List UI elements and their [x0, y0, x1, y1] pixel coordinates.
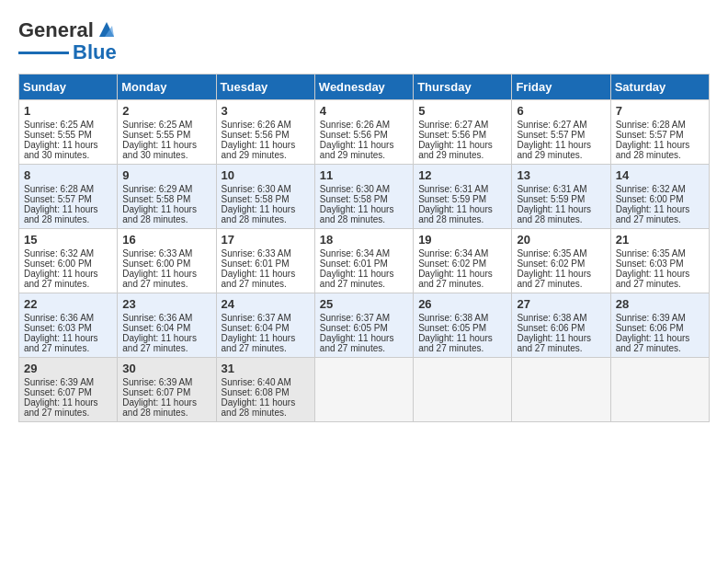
day-info-line: and 27 minutes. — [616, 279, 704, 289]
day-info-line: and 28 minutes. — [122, 408, 210, 418]
calendar-cell: 11Sunrise: 6:30 AMSunset: 5:58 PMDayligh… — [314, 165, 413, 229]
day-number: 16 — [122, 233, 210, 247]
day-info-line: Sunset: 6:00 PM — [616, 194, 704, 204]
day-info-line: Daylight: 11 hours — [517, 333, 605, 343]
day-info-line: Sunset: 6:04 PM — [222, 323, 310, 333]
day-info-line: Sunrise: 6:25 AM — [122, 120, 210, 130]
calendar-cell — [512, 358, 610, 422]
calendar-cell: 31Sunrise: 6:40 AMSunset: 6:08 PMDayligh… — [216, 358, 314, 422]
day-info-line: Sunset: 5:58 PM — [122, 194, 210, 204]
day-info-line: Daylight: 11 hours — [320, 204, 408, 214]
day-info-line: and 29 minutes. — [517, 150, 605, 160]
calendar-cell: 30Sunrise: 6:39 AMSunset: 6:07 PMDayligh… — [118, 358, 216, 422]
day-info-line: Sunrise: 6:39 AM — [122, 377, 210, 387]
day-info-line: Sunset: 6:01 PM — [222, 259, 310, 269]
calendar-cell: 2Sunrise: 6:25 AMSunset: 5:55 PMDaylight… — [118, 100, 216, 165]
day-number: 15 — [24, 233, 112, 247]
weekday-wednesday: Wednesday — [314, 75, 413, 100]
day-info-line: Daylight: 11 hours — [222, 269, 310, 279]
logo: General Blue — [18, 18, 117, 64]
calendar-cell: 12Sunrise: 6:31 AMSunset: 5:59 PMDayligh… — [414, 165, 512, 229]
day-info-line: Daylight: 11 hours — [616, 269, 704, 279]
weekday-thursday: Thursday — [414, 75, 512, 100]
calendar-cell: 10Sunrise: 6:30 AMSunset: 5:58 PMDayligh… — [216, 165, 314, 229]
day-info-line: and 29 minutes. — [222, 150, 310, 160]
day-info-line: Daylight: 11 hours — [517, 269, 605, 279]
weekday-friday: Friday — [512, 75, 610, 100]
calendar-cell: 16Sunrise: 6:33 AMSunset: 6:00 PMDayligh… — [118, 229, 216, 293]
day-number: 4 — [320, 104, 408, 118]
day-info-line: Sunset: 6:07 PM — [122, 387, 210, 397]
day-number: 1 — [24, 104, 112, 118]
calendar-cell: 19Sunrise: 6:34 AMSunset: 6:02 PMDayligh… — [414, 229, 512, 293]
logo-arrow-icon — [96, 20, 116, 40]
day-number: 5 — [418, 104, 506, 118]
calendar-cell: 8Sunrise: 6:28 AMSunset: 5:57 PMDaylight… — [19, 165, 118, 229]
calendar-cell — [314, 358, 413, 422]
day-info-line: and 28 minutes. — [222, 408, 310, 418]
calendar-cell: 23Sunrise: 6:36 AMSunset: 6:04 PMDayligh… — [118, 293, 216, 358]
day-number: 22 — [24, 297, 112, 311]
day-info-line: Sunset: 6:01 PM — [320, 259, 408, 269]
calendar-cell: 5Sunrise: 6:27 AMSunset: 5:56 PMDaylight… — [414, 100, 512, 165]
day-info-line: Daylight: 11 hours — [616, 204, 704, 214]
calendar-cell — [610, 358, 709, 422]
day-number: 19 — [418, 233, 506, 247]
day-number: 9 — [122, 168, 210, 182]
day-info-line: Sunrise: 6:38 AM — [418, 313, 506, 323]
day-info-line: Daylight: 11 hours — [122, 204, 210, 214]
day-info-line: and 27 minutes. — [517, 279, 605, 289]
day-info-line: and 29 minutes. — [320, 150, 408, 160]
day-info-line: Sunset: 6:00 PM — [122, 259, 210, 269]
logo-text-blue: Blue — [73, 40, 117, 64]
calendar-cell: 24Sunrise: 6:37 AMSunset: 6:04 PMDayligh… — [216, 293, 314, 358]
day-info-line: Daylight: 11 hours — [517, 204, 605, 214]
day-number: 23 — [122, 297, 210, 311]
day-info-line: Sunset: 6:06 PM — [616, 323, 704, 333]
page-header: General Blue — [18, 18, 710, 64]
day-info-line: Daylight: 11 hours — [222, 140, 310, 150]
week-row-2: 8Sunrise: 6:28 AMSunset: 5:57 PMDaylight… — [19, 165, 710, 229]
day-info-line: Daylight: 11 hours — [320, 333, 408, 343]
day-info-line: Daylight: 11 hours — [222, 204, 310, 214]
week-row-5: 29Sunrise: 6:39 AMSunset: 6:07 PMDayligh… — [19, 358, 710, 422]
day-number: 30 — [122, 362, 210, 375]
day-info-line: Sunrise: 6:26 AM — [320, 120, 408, 130]
day-info-line: Sunrise: 6:33 AM — [222, 248, 310, 259]
day-info-line: Sunrise: 6:32 AM — [616, 184, 704, 194]
day-info-line: Daylight: 11 hours — [122, 140, 210, 150]
day-info-line: Sunrise: 6:29 AM — [122, 184, 210, 194]
day-info-line: Sunrise: 6:33 AM — [122, 248, 210, 259]
day-info-line: Sunrise: 6:31 AM — [418, 184, 506, 194]
day-info-line: Daylight: 11 hours — [122, 397, 210, 408]
day-number: 3 — [222, 104, 310, 118]
day-info-line: and 28 minutes. — [517, 214, 605, 224]
day-info-line: Sunset: 6:02 PM — [517, 259, 605, 269]
day-info-line: Sunrise: 6:40 AM — [222, 377, 310, 387]
day-info-line: Sunset: 6:07 PM — [24, 387, 112, 397]
day-info-line: and 27 minutes. — [24, 279, 112, 289]
day-info-line: Sunrise: 6:36 AM — [24, 313, 112, 323]
day-info-line: Sunset: 6:08 PM — [222, 387, 310, 397]
day-info-line: Sunset: 5:56 PM — [222, 130, 310, 140]
day-number: 31 — [222, 362, 310, 375]
day-info-line: and 27 minutes. — [320, 343, 408, 353]
day-number: 27 — [517, 297, 605, 311]
day-info-line: Sunset: 6:02 PM — [418, 259, 506, 269]
day-info-line: and 27 minutes. — [24, 408, 112, 418]
day-info-line: and 29 minutes. — [418, 150, 506, 160]
calendar-cell: 7Sunrise: 6:28 AMSunset: 5:57 PMDaylight… — [610, 100, 709, 165]
day-info-line: and 27 minutes. — [122, 343, 210, 353]
day-info-line: and 27 minutes. — [24, 343, 112, 353]
day-info-line: Sunset: 5:58 PM — [222, 194, 310, 204]
day-info-line: Daylight: 11 hours — [24, 269, 112, 279]
day-info-line: Sunrise: 6:31 AM — [517, 184, 605, 194]
day-info-line: and 28 minutes. — [222, 214, 310, 224]
day-number: 8 — [24, 168, 112, 182]
day-number: 24 — [222, 297, 310, 311]
day-info-line: Sunrise: 6:37 AM — [320, 313, 408, 323]
weekday-sunday: Sunday — [19, 75, 118, 100]
day-info-line: and 30 minutes. — [24, 150, 112, 160]
day-info-line: and 27 minutes. — [517, 343, 605, 353]
day-info-line: Sunrise: 6:39 AM — [616, 313, 704, 323]
